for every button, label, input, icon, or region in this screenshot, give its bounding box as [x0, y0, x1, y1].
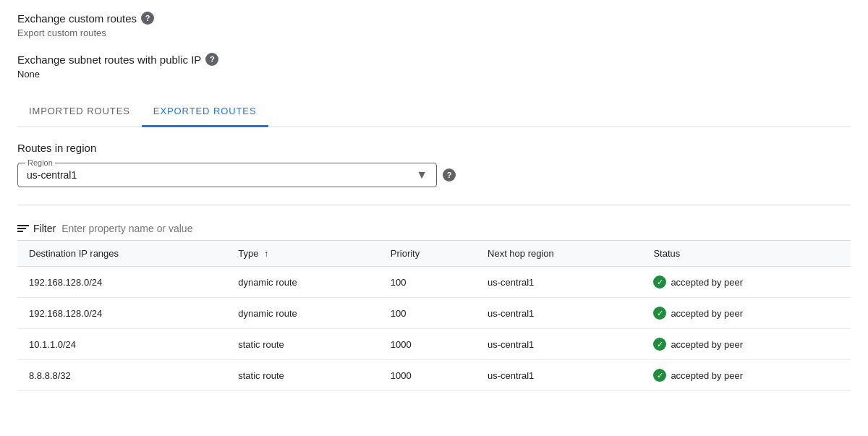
col-destination: Destination IP ranges	[17, 241, 226, 267]
table-row: 10.1.1.0/24static route1000us-central1 ✓…	[17, 329, 851, 360]
priority-cell: 100	[379, 267, 476, 298]
filter-bar: Filter	[17, 217, 851, 241]
priority-cell: 1000	[379, 329, 476, 360]
exchange-subnet-value: None	[17, 69, 851, 80]
filter-input[interactable]	[61, 223, 851, 234]
next_hop-cell: us-central1	[476, 298, 642, 329]
exchange-subnet-help-icon[interactable]: ?	[205, 53, 218, 66]
tab-exported-routes[interactable]: EXPORTED ROUTES	[142, 97, 268, 127]
region-select[interactable]: Region us-central1 ▼	[17, 163, 437, 187]
divider	[17, 205, 851, 205]
status-text: accepted by peer	[671, 339, 743, 350]
status-cell: ✓ accepted by peer	[642, 267, 851, 298]
next_hop-cell: us-central1	[476, 329, 642, 360]
col-next-hop: Next hop region	[476, 241, 642, 267]
table-header-row: Destination IP ranges Type ↑ Priority Ne…	[17, 241, 851, 267]
tab-imported-routes[interactable]: IMPORTED ROUTES	[17, 97, 142, 127]
check-icon: ✓	[653, 307, 666, 320]
routes-table: Destination IP ranges Type ↑ Priority Ne…	[17, 241, 851, 391]
region-label: Region	[25, 158, 55, 167]
region-value: us-central1	[27, 169, 407, 181]
table-row: 192.168.128.0/24dynamic route100us-centr…	[17, 298, 851, 329]
tabs-container: IMPORTED ROUTES EXPORTED ROUTES	[17, 97, 851, 127]
region-help-icon[interactable]: ?	[443, 168, 456, 181]
table-row: 192.168.128.0/24dynamic route100us-centr…	[17, 267, 851, 298]
status-text: accepted by peer	[671, 308, 743, 319]
status-text: accepted by peer	[671, 277, 743, 288]
status-cell: ✓ accepted by peer	[642, 329, 851, 360]
destination-cell: 10.1.1.0/24	[17, 329, 226, 360]
next_hop-cell: us-central1	[476, 360, 642, 391]
status-cell: ✓ accepted by peer	[642, 298, 851, 329]
exchange-custom-routes-label: Exchange custom routes	[17, 12, 137, 25]
type-cell: dynamic route	[226, 267, 379, 298]
routes-section: Routes in region Region us-central1 ▼ ? …	[17, 127, 851, 400]
filter-icon-wrapper: Filter	[17, 223, 56, 234]
filter-lines-icon	[17, 225, 29, 232]
exchange-custom-routes-section: Exchange custom routes ? Export custom r…	[17, 12, 851, 38]
check-icon: ✓	[653, 275, 666, 288]
check-icon: ✓	[653, 338, 666, 351]
status-cell: ✓ accepted by peer	[642, 360, 851, 391]
exchange-subnet-label: Exchange subnet routes with public IP ?	[17, 53, 851, 66]
type-cell: static route	[226, 360, 379, 391]
exchange-custom-routes-subtitle: Export custom routes	[17, 27, 851, 38]
exchange-custom-routes-help-icon[interactable]: ?	[141, 12, 154, 25]
type-cell: dynamic route	[226, 298, 379, 329]
exchange-subnet-section: Exchange subnet routes with public IP ? …	[17, 53, 851, 80]
next_hop-cell: us-central1	[476, 267, 642, 298]
status-text: accepted by peer	[671, 370, 743, 381]
destination-cell: 8.8.8.8/32	[17, 360, 226, 391]
exchange-subnet-title: Exchange subnet routes with public IP	[17, 54, 201, 66]
destination-cell: 192.168.128.0/24	[17, 267, 226, 298]
col-type: Type ↑	[226, 241, 379, 267]
priority-cell: 1000	[379, 360, 476, 391]
exchange-custom-routes-title: Exchange custom routes ?	[17, 12, 851, 25]
col-priority: Priority	[379, 241, 476, 267]
routes-in-region-title: Routes in region	[17, 142, 851, 154]
check-icon: ✓	[653, 369, 666, 382]
destination-cell: 192.168.128.0/24	[17, 298, 226, 329]
region-dropdown-arrow-icon: ▼	[416, 168, 427, 181]
type-cell: static route	[226, 329, 379, 360]
type-sort-arrow-icon[interactable]: ↑	[264, 249, 268, 259]
priority-cell: 100	[379, 298, 476, 329]
region-field: Region us-central1 ▼ ?	[17, 163, 456, 187]
table-row: 8.8.8.8/32static route1000us-central1 ✓ …	[17, 360, 851, 391]
filter-label: Filter	[33, 223, 56, 234]
col-status: Status	[642, 241, 851, 267]
